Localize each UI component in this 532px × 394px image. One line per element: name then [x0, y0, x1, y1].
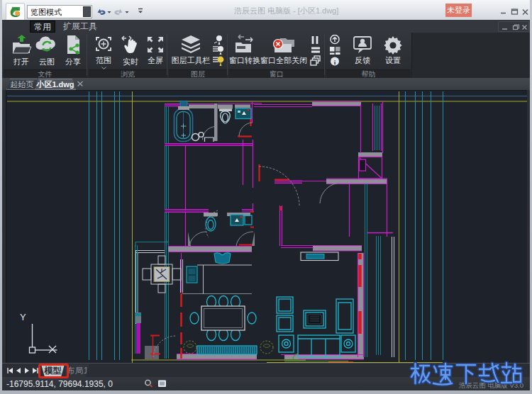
svg-text:Y: Y: [20, 312, 26, 322]
